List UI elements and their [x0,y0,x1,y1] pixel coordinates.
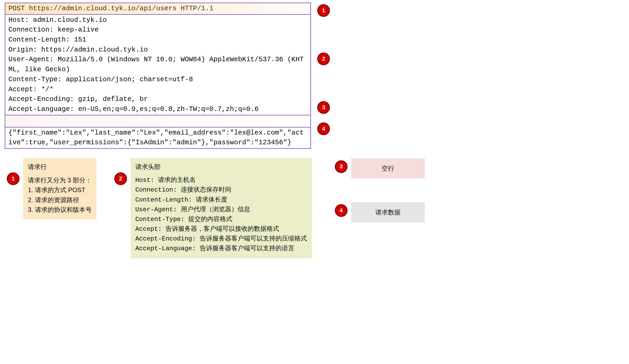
badge-column: 1 2 3 4 [317,3,331,149]
request-blank-line [5,115,310,127]
badge-2: 2 [317,53,330,65]
legend-item-3: 3 空行 [335,158,425,178]
legend-box-blank-line: 空行 [351,158,425,178]
legend-title-1: 请求行 [28,162,92,172]
legend-box-body: 请求数据 [351,202,425,222]
legend-badge-1: 1 [7,172,19,185]
legend-title-3: 空行 [382,165,394,172]
legend-box-headers: 请求头部 Host: 请求的主机名 Connection: 连接状态保存时间 C… [131,158,312,258]
badge-4: 4 [317,122,330,135]
request-body: {"first_name":"Lex","last_name":"Lex","e… [5,127,310,148]
legend: 1 请求行 请求行又分为 3 部分： 1. 请求的方式 POST 2. 请求的资… [5,158,624,258]
request-panel: POST https://admin.cloud.tyk.io/api/user… [5,3,311,149]
legend-title-4: 请求数据 [375,209,401,216]
legend-box-request-line: 请求行 请求行又分为 3 部分： 1. 请求的方式 POST 2. 请求的资源路… [23,158,96,219]
legend-item-1: 1 请求行 请求行又分为 3 部分： 1. 请求的方式 POST 2. 请求的资… [7,158,96,219]
legend-badge-2: 2 [114,172,127,185]
request-line: POST https://admin.cloud.tyk.io/api/user… [5,3,310,14]
legend-badge-4: 4 [335,204,347,217]
legend-title-2: 请求头部 [135,162,307,172]
legend-badge-3: 3 [335,160,347,173]
legend-item-2: 2 请求头部 Host: 请求的主机名 Connection: 连接状态保存时间… [114,158,312,258]
badge-1: 1 [317,4,330,17]
legend-item-4: 4 请求数据 [335,202,425,222]
legend-body-2: Host: 请求的主机名 Connection: 连接状态保存时间 Conten… [135,175,307,254]
badge-3: 3 [317,101,330,114]
legend-body-1: 请求行又分为 3 部分： 1. 请求的方式 POST 2. 请求的资源路径 3.… [28,175,92,214]
http-request-diagram: POST https://admin.cloud.tyk.io/api/user… [5,3,624,149]
request-headers: Host: admin.cloud.tyk.io Connection: kee… [5,14,310,115]
